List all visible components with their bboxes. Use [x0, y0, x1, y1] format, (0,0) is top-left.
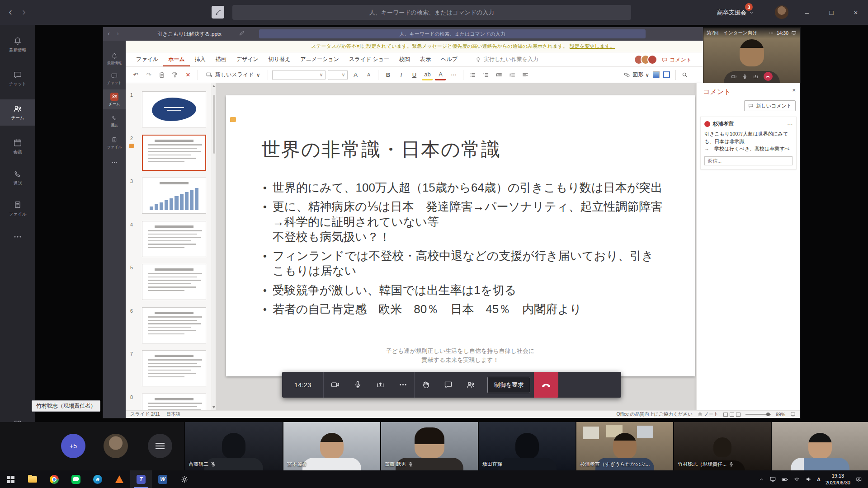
slide-thumbnail-8[interactable]: 8 [126, 394, 216, 410]
network-icon[interactable] [793, 476, 800, 483]
taskbar-edge[interactable] [87, 470, 108, 488]
more-formatting-icon[interactable]: ⋯ [448, 70, 459, 80]
maximize-button[interactable]: □ [819, 0, 844, 25]
taskbar-settings[interactable] [174, 470, 195, 488]
grow-font-icon[interactable]: A [350, 70, 361, 80]
hangup-button[interactable] [534, 372, 558, 398]
shared-rail-item-activity[interactable]: 最新情報 [103, 49, 126, 69]
rail-item-activity[interactable]: 最新情報 [0, 32, 35, 58]
slide-canvas[interactable]: 世界の非常識・日本の常識 •世界的にみて、100万人超（15歳から64歳）の引き… [226, 95, 695, 376]
ime-indicator[interactable]: A [817, 477, 821, 482]
tell-me-box[interactable]: 実行したい作業を入力 [475, 56, 538, 66]
participant-video-4[interactable]: 坂田直輝 [478, 422, 576, 470]
shared-rail-item-teams[interactable]: チーム [103, 89, 126, 109]
view-switcher[interactable] [723, 413, 741, 417]
notes-toggle[interactable]: ノート [698, 411, 718, 418]
redo-icon[interactable]: ↷ [143, 70, 154, 80]
request-control-button[interactable]: 制御を要求 [487, 377, 530, 393]
reply-input[interactable] [704, 156, 793, 165]
new-slide-button[interactable]: 新しいスライド ∨ [202, 69, 264, 81]
comment-card[interactable]: 杉浦孝宣 ⋯ 引きこもり100万人超は世界的にみても、日本は非常識 → 学校は行… [700, 117, 797, 169]
comment-marker-icon[interactable] [230, 117, 236, 122]
close-icon[interactable]: × [792, 87, 796, 94]
line-spacing-icon[interactable] [507, 70, 518, 80]
camera-button[interactable] [324, 372, 346, 398]
taskbar-chrome[interactable] [43, 470, 65, 488]
rail-item-meetings[interactable]: 会議 [0, 133, 35, 160]
font-name-select[interactable]: ∨ [272, 70, 326, 80]
rail-item-calls[interactable]: 通話 [0, 165, 35, 191]
taskbar-explorer[interactable] [22, 470, 43, 488]
slide-thumbnail-5[interactable]: 5 [126, 264, 216, 304]
fit-slide-icon[interactable] [790, 412, 796, 417]
zoom-slider[interactable] [745, 414, 771, 415]
participant-video-5[interactable]: 杉浦孝宣（すぎうらたかのぶ... [576, 422, 673, 470]
shape-fill-icon[interactable] [653, 71, 660, 78]
bullet-list-icon[interactable] [467, 70, 478, 80]
user-avatar[interactable] [775, 5, 788, 19]
forward-icon[interactable]: › [117, 29, 119, 37]
change-settings-link[interactable]: 設定を変更します。 [570, 43, 615, 50]
command-search-input[interactable] [232, 5, 631, 20]
display-icon[interactable] [769, 476, 776, 483]
floating-video[interactable]: 第2回 インターン向け 14:30 [703, 27, 800, 83]
ribbon-tab-6[interactable]: アニメーション [295, 52, 344, 66]
highlight-icon[interactable]: ab [422, 70, 433, 80]
taskbar-player[interactable] [108, 470, 130, 488]
ribbon-tab-9[interactable]: 表示 [415, 52, 436, 66]
ribbon-tab-1[interactable]: ホーム [163, 52, 190, 66]
slide-thumbnail-3[interactable]: 3 [126, 178, 216, 217]
search-icon[interactable] [681, 71, 688, 78]
overflow-count-badge[interactable]: +5 [61, 434, 85, 458]
taskbar-line[interactable] [65, 470, 87, 488]
mic-button[interactable] [346, 372, 369, 398]
comments-toggle-button[interactable]: コメント [662, 56, 692, 64]
new-chat-button[interactable] [212, 6, 224, 19]
italic-icon[interactable]: I [396, 70, 406, 80]
indent-icon[interactable] [494, 70, 505, 80]
shared-rail-item-more[interactable] [103, 153, 126, 173]
format-painter-icon[interactable] [170, 70, 180, 80]
battery-icon[interactable] [781, 476, 788, 483]
ribbon-tab-10[interactable]: ヘルプ [436, 52, 462, 66]
ribbon-tab-2[interactable]: 挿入 [190, 52, 211, 66]
participant-avatar[interactable] [148, 434, 172, 458]
shape-outline-icon[interactable] [663, 71, 670, 78]
raise-hand-button[interactable] [414, 372, 437, 398]
more-options-icon[interactable]: ⋯ [787, 121, 793, 127]
chat-button[interactable] [437, 372, 459, 398]
back-icon[interactable]: ‹ [5, 6, 16, 18]
shapes-dropdown[interactable]: 図形 ∨ [623, 71, 649, 79]
align-text-icon[interactable] [520, 70, 531, 80]
tray-expand-icon[interactable] [758, 476, 764, 483]
zoom-level[interactable]: 99% [776, 412, 785, 417]
action-center-icon[interactable] [855, 476, 863, 483]
ribbon-tab-7[interactable]: スライド ショー [344, 52, 394, 66]
participant-video-6[interactable]: 竹村聡志（現場責任... [673, 422, 771, 470]
slide-thumbnail-6[interactable]: 6 [126, 307, 216, 347]
more-options-icon[interactable] [769, 30, 774, 36]
cut-icon[interactable]: ✕ [183, 70, 193, 80]
taskbar-clock[interactable]: 19:13 2020/06/30 [826, 473, 850, 486]
font-color-icon[interactable]: A [435, 70, 446, 80]
ribbon-tab-4[interactable]: デザイン [231, 52, 264, 66]
feedback-link[interactable]: Office の品質向上にご協力ください [617, 411, 693, 418]
participant-avatar[interactable] [104, 434, 128, 458]
popout-icon[interactable] [791, 30, 797, 36]
participants-button[interactable] [459, 372, 482, 398]
rail-item-files[interactable]: ファイル [0, 196, 35, 222]
shared-rail-item-chat[interactable]: チャット [103, 69, 126, 89]
pencil-icon[interactable] [239, 30, 245, 36]
slide-thumbnail-2[interactable]: 2 [126, 135, 216, 174]
ribbon-tab-8[interactable]: 校閲 [394, 52, 415, 66]
participant-video-1[interactable]: 斉藤研二 [184, 422, 283, 470]
participant-video-3[interactable]: 斎藤 武男 [380, 422, 478, 470]
mic-icon[interactable] [742, 74, 748, 80]
rail-item-chat[interactable]: チャット [0, 66, 35, 92]
rail-item-more[interactable] [0, 224, 35, 250]
slide-thumbnail-1[interactable]: 1 [126, 91, 216, 131]
participant-video-2[interactable]: 宮本麗香 [283, 422, 380, 470]
participant-video-7[interactable] [771, 422, 868, 470]
share-icon[interactable] [753, 74, 759, 80]
hangup-button[interactable] [764, 72, 773, 81]
